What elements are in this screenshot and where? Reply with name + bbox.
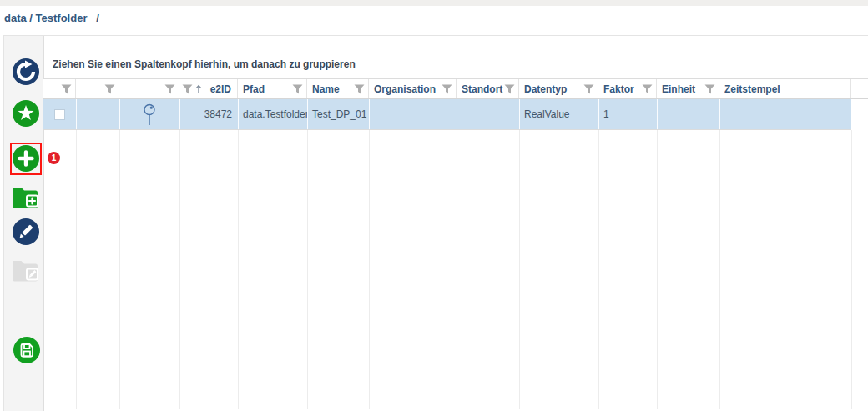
save-icon [13,337,40,363]
edit-folder-button-disabled[interactable] [12,258,40,282]
column-header-blank-2[interactable] [119,79,179,98]
cell-separator [369,99,370,129]
column-label: e2ID [210,83,231,95]
gridline [851,130,852,409]
gridline [76,130,77,409]
plus-icon [13,145,39,172]
row-cell-einheit [657,99,719,129]
column-header-faktor[interactable]: Faktor [598,79,657,98]
row-cell-blank [76,99,119,129]
column-header-e2id[interactable]: e2ID [179,79,238,98]
grid-header-row: e2ID Pfad Name Organisation Standort Dat… [43,78,868,99]
column-header-select[interactable] [43,79,76,98]
filter-icon[interactable] [182,84,193,94]
save-button[interactable] [13,337,40,363]
column-label: Einheit [662,83,695,95]
filter-icon[interactable] [164,84,175,94]
gridline [307,130,308,409]
gridline [238,130,239,409]
column-label: Pfad [243,83,265,95]
column-header-einheit[interactable]: Einheit [657,79,719,98]
gridline [519,130,520,409]
add-datapoint-button[interactable] [13,145,39,172]
column-header-zeitstempel[interactable]: Zeitstempel [719,79,851,98]
column-label: Datentyp [524,83,567,95]
add-folder-button[interactable] [12,185,40,208]
cell-separator [179,99,180,129]
row-cell-name: Test_DP_01 [307,99,369,129]
filter-icon[interactable] [704,84,715,94]
row-cell-zeitstempel [719,99,851,129]
column-label: Name [312,83,340,95]
cell-separator [519,99,520,129]
cell-separator [457,99,457,129]
folder-plus-icon [12,185,40,208]
filter-icon[interactable] [642,84,653,94]
cell-separator [657,99,658,129]
filter-icon[interactable] [61,84,72,94]
breadcrumb[interactable]: data / Testfolder_ / [4,12,99,24]
filter-icon[interactable] [104,84,115,94]
column-header-name[interactable]: Name [307,79,369,98]
column-header-blank-1[interactable] [76,79,119,98]
star-icon [13,100,39,127]
cell-separator [119,99,120,129]
row-checkbox[interactable] [54,109,65,120]
folder-pencil-icon [12,258,40,282]
top-strip [0,0,868,6]
step-1-badge: 1 [48,152,60,164]
favorites-button[interactable] [13,100,39,127]
gridline [119,130,120,409]
gridline [598,130,599,409]
app-window: data / Testfolder_ / [0,0,868,411]
row-pin-cell [119,99,179,129]
cell-separator [719,99,720,129]
filter-icon[interactable] [442,84,452,94]
row-select-cell [43,99,76,129]
cell-separator [598,99,599,129]
gridline [179,130,180,409]
gridline [657,130,658,409]
cell-separator [238,99,239,129]
row-cell-datentyp: RealValue [519,99,598,129]
gridline [457,130,457,409]
filter-icon[interactable] [292,84,303,94]
filter-icon[interactable] [354,84,365,94]
cell-separator [76,99,77,129]
column-header-standort[interactable]: Standort [457,79,519,98]
sort-ascending-icon [195,84,202,93]
column-header-organisation[interactable]: Organisation [369,79,457,98]
row-cell-pfad: data.Testfolder_ [238,99,307,129]
row-cell-standort [457,99,519,129]
table-row[interactable]: 38472 data.Testfolder_ Test_DP_01 RealVa… [43,99,851,130]
column-label: Faktor [603,83,634,95]
column-header-datentyp[interactable]: Datentyp [519,79,598,98]
column-label: Organisation [374,83,436,95]
filter-icon[interactable] [583,84,594,94]
divider [3,35,868,36]
pin-icon[interactable] [143,103,156,127]
row-cell-faktor: 1 [598,99,657,129]
column-label: Standort [462,83,502,95]
group-by-panel[interactable]: Ziehen Sie einen Spaltenkopf hierhin, um… [53,58,356,70]
pencil-icon [13,218,39,245]
column-header-pfad[interactable]: Pfad [238,79,307,98]
gridline [369,130,370,409]
cell-separator [307,99,308,129]
edit-button[interactable] [13,218,39,245]
row-cell-e2id: 38472 [179,99,238,129]
refresh-button[interactable] [13,58,39,85]
refresh-icon [13,58,39,85]
filter-icon[interactable] [504,84,515,94]
row-cell-organisation [369,99,457,129]
gridline [719,130,720,409]
column-label: Zeitstempel [724,83,780,95]
